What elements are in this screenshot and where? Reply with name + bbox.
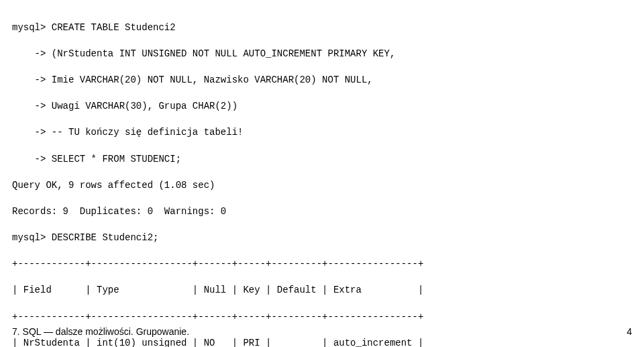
terminal-output: mysql> CREATE TABLE Studenci2 -> (NrStud…	[12, 8, 632, 347]
sql-line: -> -- TU kończy się definicja tabeli!	[12, 126, 632, 140]
sql-line: -> Imie VARCHAR(20) NOT NULL, Nazwisko V…	[12, 74, 632, 87]
page-number: 4	[627, 326, 632, 339]
sql-line: mysql> CREATE TABLE Studenci2	[12, 21, 632, 35]
query-result-line: Records: 9 Duplicates: 0 Warnings: 0	[12, 205, 632, 219]
sql-line: -> (NrStudenta INT UNSIGNED NOT NULL AUT…	[12, 48, 632, 61]
query-result-line: Query OK, 9 rows affected (1.08 sec)	[12, 179, 632, 193]
page-footer: 7. SQL — dalsze możliwości. Grupowanie. …	[12, 326, 632, 339]
table-header: | Field | Type | Null | Key | Default | …	[12, 284, 632, 297]
footer-left-text: 7. SQL — dalsze możliwości. Grupowanie.	[12, 326, 189, 339]
sql-line: -> SELECT * FROM STUDENCI;	[12, 153, 632, 166]
table-separator: +------------+------------------+------+…	[12, 258, 632, 271]
sql-line: -> Uwagi VARCHAR(30), Grupa CHAR(2))	[12, 100, 632, 113]
sql-line: mysql> DESCRIBE Studenci2;	[12, 232, 632, 245]
table-separator: +------------+------------------+------+…	[12, 311, 632, 324]
